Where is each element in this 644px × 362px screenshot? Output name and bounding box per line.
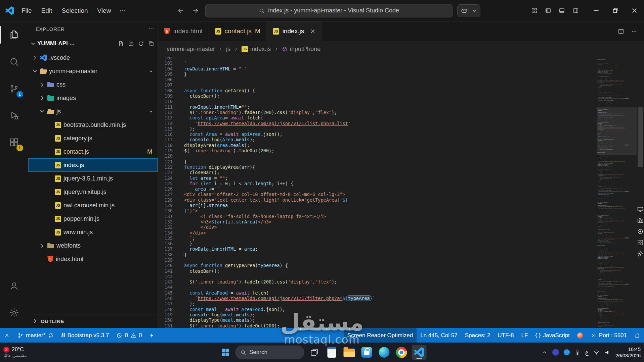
code-line[interactable]: 123 closeBar(); <box>158 170 596 175</box>
code-lines[interactable]: 102103`104rowData.innerHTML = " "105}106… <box>158 57 596 328</box>
screen-reader-status[interactable]: Screen Reader Optimized <box>344 328 417 343</box>
code-line[interactable]: 145 const AreaFood = await fetch( <box>158 290 596 296</box>
code-line[interactable]: 138} <box>158 252 596 257</box>
breadcrumb-item-inputPhone[interactable]: inputPhone <box>282 46 320 53</box>
split-editor-icon[interactable] <box>618 28 624 35</box>
tab-index.html[interactable]: 5index.html <box>158 21 209 41</box>
tree-item-wow.min.js[interactable]: JSwow.min.js <box>28 225 158 239</box>
gear-icon[interactable] <box>637 250 644 257</box>
code-line[interactable]: 131 <i class="fa-solid fa-house-laptop f… <box>158 214 596 219</box>
task-view-button[interactable] <box>307 345 321 360</box>
code-line[interactable]: 116 const Area = await apiArea.json(); <box>158 132 596 137</box>
tree-item-bootstrap.bundle.min.js[interactable]: JSbootstrap.bundle.min.js <box>28 118 158 132</box>
notepad-icon[interactable] <box>324 345 339 360</box>
language-status[interactable]: { }JavaScript <box>531 328 573 343</box>
vscode-taskbar-icon[interactable] <box>412 345 426 360</box>
menu-selection[interactable]: Selection <box>57 5 92 16</box>
tab-contact.js[interactable]: JScontact.jsM <box>209 21 267 41</box>
problems-status[interactable]: 0 0 <box>113 328 145 343</box>
tree-item-index.js[interactable]: JSindex.js <box>28 158 158 172</box>
toggle-panel-icon[interactable] <box>555 5 569 16</box>
new-folder-icon[interactable] <box>128 41 134 47</box>
code-line[interactable]: 151 $('.inner-loading').fadeOut(200); <box>158 323 596 328</box>
minimize-button[interactable] <box>587 0 606 21</box>
tree-item-popper.min.js[interactable]: JSpopper.min.js <box>28 212 158 225</box>
code-line[interactable]: 130}')"> <box>158 208 596 213</box>
tree-item-jquery.mixitup.js[interactable]: JSjquery.mixitup.js <box>28 185 158 199</box>
file-explorer-icon[interactable] <box>342 345 356 360</box>
code-line[interactable]: 140async function getTypeArea(typeArea) … <box>158 263 596 268</box>
code-line[interactable]: 146 `https://www.themealdb.com/api/json/… <box>158 296 596 301</box>
code-line[interactable]: 107 <box>158 82 596 88</box>
window-layout-icon[interactable] <box>637 239 644 246</box>
breadcrumb-item-js[interactable]: js <box>226 46 230 53</box>
taskbar-search[interactable]: Search <box>235 346 304 359</box>
tree-item-css[interactable]: css <box>28 78 158 91</box>
tab-index.js[interactable]: JSindex.js <box>267 21 322 41</box>
tree-item-images[interactable]: images <box>28 91 158 105</box>
code-line[interactable]: 111 rowInput.innerHTML=""; <box>158 104 596 110</box>
code-line[interactable]: 106 <box>158 77 596 82</box>
code-line[interactable]: 133 </div> <box>158 224 596 230</box>
code-line[interactable]: 115 ); <box>158 126 596 132</box>
restore-button[interactable] <box>606 0 625 21</box>
command-center-search[interactable]: index.js - yummi-api-master - Visual Stu… <box>205 4 453 17</box>
code-line[interactable]: 126 area += ` <box>158 186 596 192</box>
code-line[interactable]: 114 "https://www.themealdb.com/api/json/… <box>158 121 596 126</box>
code-line[interactable]: 147 ); <box>158 301 596 306</box>
code-line[interactable]: 121} <box>158 159 596 164</box>
eol-status[interactable]: LF <box>518 328 532 343</box>
store-icon[interactable] <box>359 345 374 360</box>
code-line[interactable]: 122function displayArea(arr){ <box>158 164 596 170</box>
forward-button[interactable] <box>190 6 201 16</box>
activity-search[interactable] <box>0 48 28 75</box>
menu-file[interactable]: File <box>17 5 36 16</box>
bolt-status[interactable] <box>145 328 159 343</box>
activity-source-control[interactable]: 1 <box>0 75 28 102</box>
breadcrumb-item-index.js[interactable]: JSindex.js <box>242 46 271 53</box>
code-line[interactable]: 143 $('.inner-loading').fadeIn(200).css(… <box>158 279 596 285</box>
code-line[interactable]: 137 rowData.innerHTML = area; <box>158 246 596 252</box>
copilot-button[interactable] <box>457 4 480 17</box>
menu-view[interactable]: View <box>93 5 116 16</box>
code-line[interactable]: 144 <box>158 285 596 290</box>
wifi-icon[interactable] <box>593 349 600 356</box>
code-line[interactable]: 150 displayType(meal.meals); <box>158 317 596 323</box>
notifications-bell[interactable] <box>631 328 644 343</box>
code-line[interactable]: 120 <box>158 153 596 159</box>
close-tab-icon[interactable] <box>310 29 315 34</box>
code-line[interactable]: 104rowData.innerHTML = " " <box>158 66 596 71</box>
bootstrap-status[interactable]: B Bootstrap v5.3.7 <box>57 328 113 343</box>
code-line[interactable]: 125 for (let i = 0; i < arr.length; i++)… <box>158 181 596 186</box>
close-button[interactable] <box>625 0 644 21</box>
code-line[interactable]: 118displayArea(Area.meals); <box>158 143 596 148</box>
remote-indicator[interactable] <box>0 328 14 343</box>
new-file-icon[interactable] <box>118 41 124 47</box>
tree-item-category.js[interactable]: JScategory.js <box>28 132 158 145</box>
editor-scrollbar[interactable] <box>637 57 644 328</box>
microphone-icon[interactable] <box>574 349 581 355</box>
tree-item-.vscode[interactable]: .vscode <box>28 51 158 64</box>
tree-item-yummi-api-master[interactable]: yummi-api-master● <box>28 64 158 78</box>
menu-more-icon[interactable] <box>116 6 129 16</box>
code-line[interactable]: 148 const meal = await AreaFood.json(); <box>158 307 596 312</box>
code-line[interactable]: 141 closeBar(); <box>158 268 596 274</box>
code-line[interactable]: 124 let area = ""; <box>158 175 596 181</box>
code-line[interactable]: 129 arr[i].strArea <box>158 203 596 208</box>
code-line[interactable]: 109 closeBar(); <box>158 93 596 99</box>
code-line[interactable]: 139 <box>158 257 596 263</box>
live-server-port-status[interactable]: Port : 5501 <box>587 328 631 343</box>
code-line[interactable]: 135 `; <box>158 236 596 241</box>
outline-section[interactable]: OUTLINE <box>28 314 158 328</box>
chevron-down-icon[interactable] <box>472 8 477 13</box>
camera-icon[interactable] <box>637 217 644 224</box>
code-line[interactable]: 108async function getArea() { <box>158 88 596 93</box>
tree-item-webfonts[interactable]: webfonts <box>28 239 158 252</box>
editor-more-icon[interactable] <box>631 28 637 35</box>
edge-icon[interactable] <box>377 345 391 360</box>
project-section-header[interactable]: YUMMI-API-... <box>28 36 158 51</box>
code-line[interactable]: 105} <box>158 71 596 77</box>
menu-edit[interactable]: Edit <box>37 5 57 16</box>
code-line[interactable]: 119$('.inner-loading').fadeOut(200); <box>158 148 596 153</box>
tray-app-icon-1[interactable] <box>552 349 559 356</box>
